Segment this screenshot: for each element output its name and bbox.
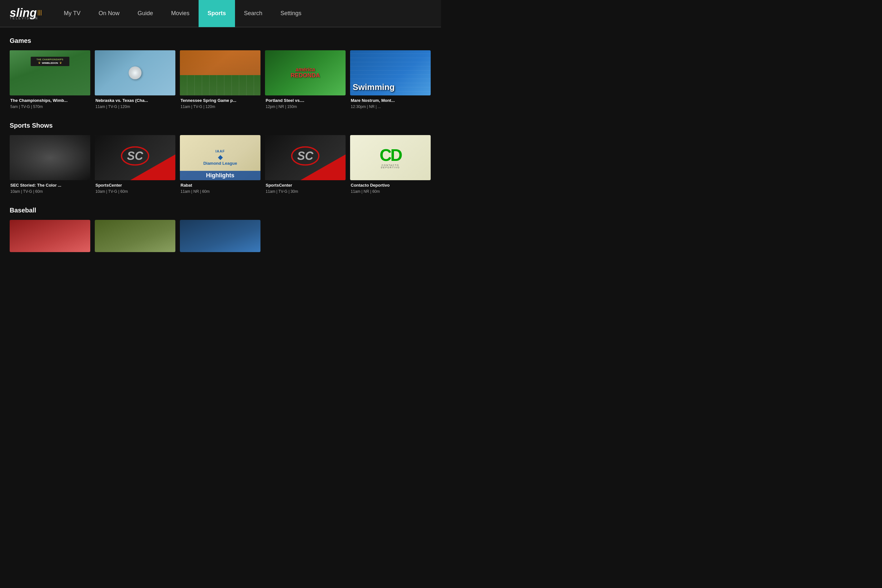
svg-text:SC: SC [297, 149, 314, 162]
card-wimbledon-meta: 5am | TV-G | 570m [10, 105, 90, 109]
card-sportscenter1[interactable]: SC SportsCenter 10am | TV-G | 60m [95, 135, 176, 194]
card-tennessee-title: Tennessee Spring Game p... [180, 98, 260, 104]
games-cards-row: THE CHAMPIONSHIPS ♛ WIMBLEDON ♛ The Cham… [10, 50, 431, 109]
header: sling ||| TELEVISION My TV On Now Guide … [0, 0, 441, 27]
nav-item-guide[interactable]: Guide [129, 0, 162, 27]
card-tennessee[interactable]: Tennessee Spring Game p... 11am | TV-G |… [180, 50, 261, 109]
logo-signal-icon: ||| [38, 9, 42, 15]
card-sportscenter1-info: SportsCenter 10am | TV-G | 60m [95, 180, 176, 194]
section-games-title: Games [10, 37, 431, 45]
nav-item-movies[interactable]: Movies [162, 0, 199, 27]
card-sportscenter2-meta: 11am | TV-G | 30m [266, 189, 345, 194]
card-contacto[interactable]: CD CONTACTODEPORTIVO Contacto Deportivo … [350, 135, 430, 194]
card-baseball3[interactable] [180, 220, 261, 252]
card-sec-meta: 10am | TV-G | 60m [10, 189, 90, 194]
main-nav: My TV On Now Guide Movies Sports Search … [55, 0, 431, 27]
logo-tv-text: TELEVISION [10, 17, 42, 20]
card-iaaf-info: Rabat 11am | NR | 60m [180, 180, 261, 194]
card-swimming[interactable]: Swimming Mare Nostrum, Mont... 12:30pm |… [350, 50, 430, 109]
card-swimming-title: Mare Nostrum, Mont... [351, 98, 430, 104]
card-sportscenter1-title: SportsCenter [95, 183, 175, 188]
card-portland-meta: 12pm | NR | 150m [266, 105, 345, 109]
card-baseball2[interactable] [95, 220, 176, 252]
section-sports-shows-title: Sports Shows [10, 122, 431, 129]
section-baseball-title: Baseball [10, 207, 431, 214]
card-sportscenter2-info: SportsCenter 11am | TV-G | 30m [265, 180, 346, 194]
section-baseball: Baseball [10, 207, 431, 252]
card-tennessee-meta: 11am | TV-G | 120m [180, 105, 260, 109]
card-tennessee-info: Tennessee Spring Game p... 11am | TV-G |… [180, 95, 261, 109]
sports-shows-cards-row: SEC Storied: The Color ... 10am | TV-G |… [10, 135, 431, 194]
section-sports-shows: Sports Shows SEC Storied: The Color ... … [10, 122, 431, 194]
card-portland-title: Portland Steel vs.... [266, 98, 345, 104]
card-contacto-meta: 11am | NR | 60m [351, 189, 430, 194]
sportscenter2-sc-icon: SC [289, 146, 321, 166]
card-sec-info: SEC Storied: The Color ... 10am | TV-G |… [10, 180, 90, 194]
card-nebraska-meta: 11am | TV-G | 120m [95, 105, 175, 109]
card-contacto-title: Contacto Deportivo [351, 183, 430, 188]
card-iaaf-title: Rabat [180, 183, 260, 188]
baseball-cards-row [10, 220, 431, 252]
main-content: Games THE CHAMPIONSHIPS ♛ WIMBLEDON ♛ [0, 27, 441, 274]
card-nebraska[interactable]: Nebraska vs. Texas (Cha... 11am | TV-G |… [95, 50, 176, 109]
card-portland[interactable]: américa REDONDA Portland Steel vs.... 12… [265, 50, 346, 109]
card-sportscenter1-meta: 10am | TV-G | 60m [95, 189, 175, 194]
card-sportscenter2-title: SportsCenter [266, 183, 345, 188]
svg-text:SC: SC [127, 149, 144, 162]
nav-item-settings[interactable]: Settings [272, 0, 310, 27]
nav-item-sports[interactable]: Sports [199, 0, 235, 27]
card-baseball1[interactable] [10, 220, 90, 252]
card-sec[interactable]: SEC Storied: The Color ... 10am | TV-G |… [10, 135, 90, 194]
card-swimming-meta: 12:30pm | NR | ... [351, 105, 430, 109]
card-wimbledon-info: The Championships, Wimb... 5am | TV-G | … [10, 95, 90, 109]
card-nebraska-title: Nebraska vs. Texas (Cha... [95, 98, 175, 104]
nav-item-search[interactable]: Search [235, 0, 272, 27]
card-sec-title: SEC Storied: The Color ... [10, 183, 90, 188]
nav-item-my-tv[interactable]: My TV [55, 0, 90, 27]
sportscenter-sc-icon: SC [119, 146, 151, 166]
section-games: Games THE CHAMPIONSHIPS ♛ WIMBLEDON ♛ [10, 37, 431, 109]
card-wimbledon[interactable]: THE CHAMPIONSHIPS ♛ WIMBLEDON ♛ The Cham… [10, 50, 90, 109]
card-portland-info: Portland Steel vs.... 12pm | NR | 150m [265, 95, 346, 109]
card-contacto-info: Contacto Deportivo 11am | NR | 60m [350, 180, 430, 194]
logo[interactable]: sling ||| TELEVISION [10, 7, 42, 20]
card-wimbledon-title: The Championships, Wimb... [10, 98, 90, 104]
card-iaaf-meta: 11am | NR | 60m [180, 189, 260, 194]
card-sportscenter2[interactable]: SC SportsCenter 11am | TV-G | 30m [265, 135, 346, 194]
card-nebraska-info: Nebraska vs. Texas (Cha... 11am | TV-G |… [95, 95, 176, 109]
nav-item-on-now[interactable]: On Now [90, 0, 129, 27]
card-iaaf[interactable]: IAAF ◆ Diamond League Highlights Rabat 1… [180, 135, 261, 194]
card-swimming-info: Mare Nostrum, Mont... 12:30pm | NR | ... [350, 95, 430, 109]
